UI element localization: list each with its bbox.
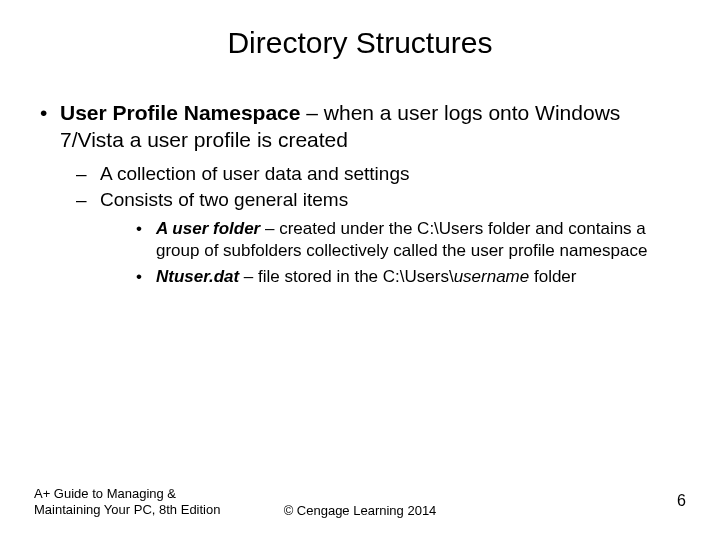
- page-title: Directory Structures: [0, 0, 720, 70]
- bullet-lvl3-item: Ntuser.dat – file stored in the C:\Users…: [100, 266, 684, 288]
- bullet-lvl3-item: A user folder – created under the C:\Use…: [100, 218, 684, 262]
- lvl2-text-b: Consists of two general items: [100, 189, 348, 210]
- bullet-lvl2-item: Consists of two general items A user fol…: [60, 188, 684, 288]
- bullet-list-lvl1: User Profile Namespace – when a user log…: [36, 100, 684, 288]
- page-number: 6: [677, 492, 686, 510]
- bullet-lvl1-item: User Profile Namespace – when a user log…: [36, 100, 684, 288]
- lvl3-rest-b-user: username: [454, 267, 530, 286]
- lvl3-rest-b2: folder: [529, 267, 576, 286]
- term-user-folder: A user folder: [156, 219, 260, 238]
- term-user-profile-namespace: User Profile Namespace: [60, 101, 300, 124]
- footer-center: © Cengage Learning 2014: [0, 503, 720, 518]
- lvl2-text-a: A collection of user data and settings: [100, 163, 409, 184]
- content-area: User Profile Namespace – when a user log…: [0, 70, 720, 288]
- lvl3-rest-b1: – file stored in the C:\Users\: [239, 267, 453, 286]
- bullet-list-lvl3: A user folder – created under the C:\Use…: [100, 218, 684, 287]
- bullet-list-lvl2: A collection of user data and settings C…: [60, 162, 684, 288]
- term-ntuser-dat: Ntuser.dat: [156, 267, 239, 286]
- slide: Directory Structures User Profile Namesp…: [0, 0, 720, 540]
- bullet-lvl2-item: A collection of user data and settings: [60, 162, 684, 186]
